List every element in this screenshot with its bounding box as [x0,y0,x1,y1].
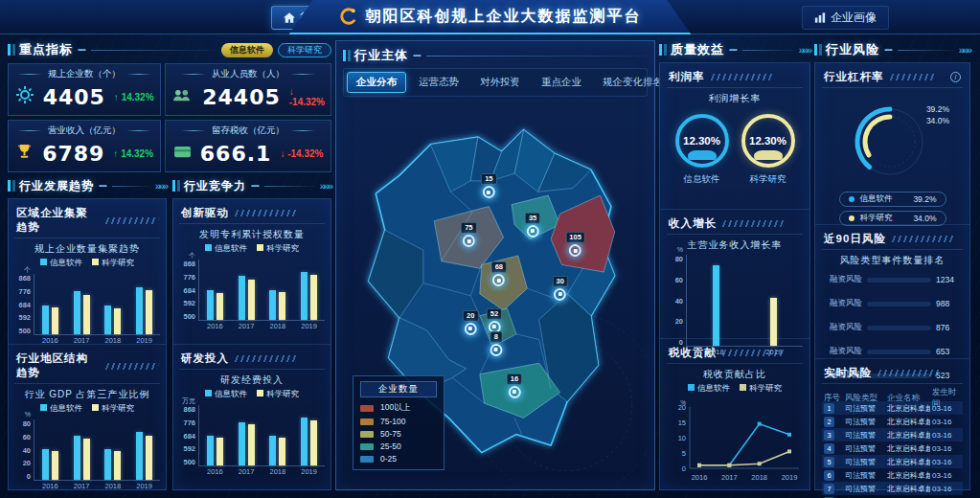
marker-count: 20 [463,310,478,322]
gauge-label: 科学研究 [750,173,786,186]
svg-text:2019: 2019 [782,473,798,482]
enterprise-pin-icon [465,323,477,335]
map-marker[interactable]: 15 [481,173,496,198]
chart-income-growth: 主营业务收入增长率%80604020020182019 [667,235,803,335]
hatch-decoration [234,355,296,362]
marker-count: 35 [525,213,540,224]
donut-annotation: 39.2%34.0% [926,103,949,127]
table-row[interactable]: 1 司法预警北京启科卓越科技有限公司03-16 [822,401,963,415]
key-indicators-header: 重点指标 – 信息软件 科学研究 [8,40,331,59]
risk-rank-row: 融资风险 876 [824,322,961,333]
tag-science-research[interactable]: 科学研究 [278,43,331,57]
competitiveness-header: 行业竞争力 – »»» [172,176,331,195]
industry-dev-trend-column: 行业发展趋势 – »»» 区域企业集聚趋势 规上企业数量集聚趋势信息软件科学研究… [8,176,167,490]
section-title: 重点指标 [19,41,73,58]
row-index: 1 [824,403,834,414]
hatch-decoration [710,74,772,80]
svg-text:2016: 2016 [692,473,708,482]
map-tab-bar: 企业分布 运营态势 对外投资 重点企业 规企变化排名 [343,68,648,97]
chart-gdp-share: 行业 GDP 占第三产业比例信息软件科学研究%80604020020162017… [14,384,160,487]
leverage-donut: 39.2%34.0% [822,88,963,190]
nav-enterprise-portrait[interactable]: 企业画像 [802,6,889,30]
more-arrow-icon[interactable]: »»» [959,44,970,56]
tab-运营态势[interactable]: 运营态势 [410,73,467,92]
tab-重点企业[interactable]: 重点企业 [533,73,590,92]
subsection-title: 利润率 [669,70,705,84]
section-profit-rate: 利润率 利润增长率 12.30% 信息软件 12.30% 科学研究 [660,63,809,209]
chart-tax-contribution: 税收贡献占比信息软件科学研究20151050%2016201720182019 [667,364,803,487]
gauge-value: 12.30% [749,135,786,147]
more-arrow-icon[interactable]: »»» [320,180,331,192]
chart-rnd-spending: 研发经费投入信息软件科学研究万元868776684592500201620172… [179,370,325,487]
more-arrow-icon[interactable]: »»» [799,44,810,56]
table-row[interactable]: 6 司法预警北京启科卓越科技有限公司03-16 [822,468,963,482]
map-marker[interactable]: 35 [525,213,540,238]
table-row[interactable]: 2 司法预警北京启科卓越科技有限公司03-16 [822,415,963,428]
row-index: 3 [824,430,834,441]
subsection-title: 收入增长 [669,216,717,231]
kpi-card: 从业人员数（人） 24405 ↓ -14.32% [165,63,331,116]
map-marker[interactable]: 16 [507,374,522,398]
tag-info-software[interactable]: 信息软件 [221,43,273,57]
svg-text:5: 5 [682,449,686,458]
platform-logo-icon [339,7,358,26]
section-bars-icon [8,44,11,56]
section-title: 行业发展趋势 [19,178,94,194]
map-legend-item: 50-75 [360,429,437,439]
hbar-chart-title: 风险类型事件数量排名 [822,250,963,268]
top-header: 行业概览 朝阳区科创规上企业大数据监测平台 企业画像 [0,0,980,34]
section-recent-risk: 近90日风险 风险类型事件数量排名 融资风险 1234 融资风险 988 融资风… [815,224,969,358]
district-map[interactable]: 15 75 35 105 68 30 20 52 8 16 企业数量 [343,101,648,484]
hatch-decoration [877,370,939,376]
map-legend-item: 25-50 [360,441,437,451]
nav-right-label: 企业画像 [831,10,877,26]
subsection-title: 行业杠杆率 [824,70,884,84]
svg-text:10: 10 [678,434,686,442]
enterprise-pin-icon [463,235,475,247]
table-row[interactable]: 4 司法预警北京启科卓越科技有限公司03-16 [822,441,963,455]
marker-count: 68 [491,261,507,273]
people-icon [171,88,194,106]
subsection-title: 创新驱动 [181,206,229,220]
chart-legend: 信息软件科学研究 [14,402,160,418]
dev-trend-header: 行业发展趋势 – »»» [8,176,167,195]
map-marker[interactable]: 105 [565,232,585,257]
info-icon[interactable]: i [950,72,961,82]
kpi-value: 4405 [43,85,105,109]
legend-swatch [360,419,374,425]
chart-patents: 发明专利累计授权数量信息软件科学研究个868776684592500201620… [179,224,325,342]
map-marker[interactable]: 75 [461,222,476,247]
chart-legend: 信息软件科学研究 [179,242,325,258]
section-regional-agglomeration: 区域企业集聚趋势 规上企业数量集聚趋势信息软件科学研究个868776684592… [9,199,166,344]
legend-swatch [360,443,374,450]
kpi-label: 从业人员数（人） [171,68,325,80]
subsection-title: 行业地区结构趋势 [16,351,100,380]
enterprise-pin-icon [527,225,539,238]
risk-rank-row: 融资风险 988 [824,298,961,309]
enterprise-pin-icon [490,344,502,356]
enterprise-pin-icon [569,244,581,257]
tab-对外投资[interactable]: 对外投资 [471,73,529,92]
table-row[interactable]: 3 司法预警北京启科卓越科技有限公司03-16 [822,428,963,441]
profit-gauges: 12.30% 信息软件 12.30% 科学研究 [667,106,803,188]
map-marker[interactable]: 8 [490,331,502,356]
map-marker[interactable]: 52 [487,308,502,333]
row-index: 2 [824,417,834,427]
marker-count: 30 [553,276,568,287]
legend-swatch [360,405,374,412]
kpi-label: 留存税收（亿元） [171,124,325,137]
table-row[interactable]: 7 司法预警北京启科卓越科技有限公司03-16 [822,482,963,495]
section-tax-contribution: 税收贡献 税收贡献占比信息软件科学研究20151050%201620172018… [660,338,809,489]
map-marker[interactable]: 20 [463,310,478,335]
more-arrow-icon[interactable]: »»» [155,180,167,192]
dashboard-root: 行业概览 朝阳区科创规上企业大数据监测平台 企业画像 重点指标 – 信息软件 [0,0,980,498]
enterprise-pin-icon [554,288,566,301]
legend-swatch [360,431,374,438]
tab-企业分布[interactable]: 企业分布 [347,72,406,93]
header-banner: 朝阳区科创规上企业大数据监测平台 [289,0,692,34]
table-row[interactable]: 5 司法预警北京启科卓越科技有限公司03-16 [822,455,963,468]
section-rnd-investment: 研发投入 研发经费投入信息软件科学研究万元8687766845925002016… [173,344,330,489]
map-marker[interactable]: 30 [553,276,568,301]
row-index: 4 [824,443,834,454]
map-marker[interactable]: 68 [491,261,507,286]
